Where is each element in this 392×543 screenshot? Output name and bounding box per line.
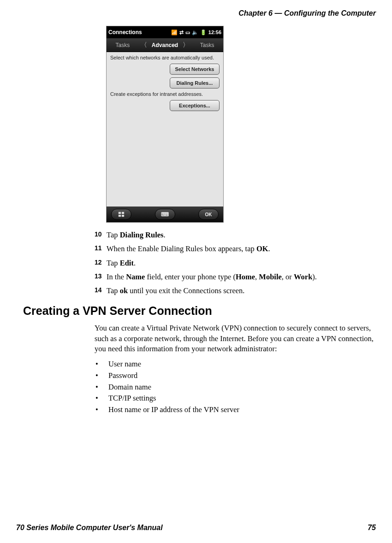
step-11: 11 When the Enable Dialing Rules box app… <box>95 244 380 254</box>
sc-clock: 12:56 <box>208 30 221 35</box>
step-number: 12 <box>95 258 107 268</box>
chapter-header: Chapter 6 — Configuring the Computer <box>16 9 376 18</box>
step-number: 10 <box>95 230 107 240</box>
step-10: 10 Tap Dialing Rules. <box>95 230 380 240</box>
sc-title: Connections <box>108 29 142 35</box>
sc-tab-right[interactable]: Tasks <box>191 42 223 48</box>
sc-status-icons: 📶 ⇄ ▭ 🔈 🔋 12:56 <box>171 30 221 35</box>
sc-instruction-1: Select which networks are automatically … <box>110 55 220 61</box>
section-heading: Creating a VPN Server Connection <box>23 304 380 318</box>
footer-page-number: 75 <box>368 524 376 532</box>
step-body: Tap ok until you exit the Connections sc… <box>107 286 380 296</box>
sc-titlebar: Connections 📶 ⇄ ▭ 🔈 🔋 12:56 <box>107 26 223 38</box>
card-icon: ▭ <box>185 30 190 35</box>
step-body: In the Name field, enter your phone type… <box>107 272 380 282</box>
windows-icon <box>118 211 125 218</box>
list-item: User name <box>95 359 380 370</box>
step-12: 12 Tap Edit. <box>95 258 380 268</box>
step-number: 11 <box>95 244 107 254</box>
device-screenshot: Connections 📶 ⇄ ▭ 🔈 🔋 12:56 Tasks 〈 Adva… <box>106 26 224 223</box>
step-body: Tap Edit. <box>107 258 380 268</box>
ok-button[interactable]: OK <box>198 209 219 220</box>
select-networks-button[interactable]: Select Networks <box>170 64 220 75</box>
sc-bottombar: ⌨ OK <box>107 207 223 222</box>
step-13: 13 In the Name field, enter your phone t… <box>95 272 380 282</box>
sc-tab-left[interactable]: Tasks <box>107 42 139 48</box>
sync-icon: ⇄ <box>179 30 184 35</box>
step-body: When the Enable Dialing Rules box appear… <box>107 244 380 254</box>
battery-icon: 🔋 <box>200 30 207 35</box>
step-number: 13 <box>95 272 107 282</box>
sc-body: Select which networks are automatically … <box>107 52 223 111</box>
step-number: 14 <box>95 286 107 296</box>
sc-instruction-2: Create exceptions for intranet addresses… <box>110 91 220 97</box>
step-body: Tap Dialing Rules. <box>107 230 380 240</box>
volume-icon: 🔈 <box>192 30 198 35</box>
start-button[interactable] <box>111 209 131 220</box>
signal-icon: 📶 <box>171 30 178 35</box>
exceptions-button[interactable]: Exceptions... <box>170 100 220 111</box>
dialing-rules-button[interactable]: Dialing Rules... <box>170 77 220 89</box>
list-item: Domain name <box>95 382 380 393</box>
page-footer: 70 Series Mobile Computer User's Manual … <box>16 524 376 532</box>
chevron-right-icon[interactable]: 〉 <box>181 41 191 49</box>
sc-tab-center[interactable]: Advanced <box>149 42 181 48</box>
list-item: Password <box>95 370 380 382</box>
section-paragraph: You can create a Virtual Private Network… <box>95 323 380 354</box>
bullet-list: User name Password Domain name TCP/IP se… <box>95 359 380 416</box>
keyboard-button[interactable]: ⌨ <box>155 209 175 220</box>
step-14: 14 Tap ok until you exit the Connections… <box>95 286 380 296</box>
sc-tabbar: Tasks 〈 Advanced 〉 Tasks <box>107 38 223 52</box>
page-content: Connections 📶 ⇄ ▭ 🔈 🔋 12:56 Tasks 〈 Adva… <box>95 26 380 416</box>
list-item: Host name or IP address of the VPN serve… <box>95 404 380 416</box>
chevron-left-icon[interactable]: 〈 <box>139 41 149 49</box>
list-item: TCP/IP settings <box>95 393 380 404</box>
keyboard-icon: ⌨ <box>161 211 169 218</box>
footer-manual-title: 70 Series Mobile Computer User's Manual <box>16 524 163 532</box>
